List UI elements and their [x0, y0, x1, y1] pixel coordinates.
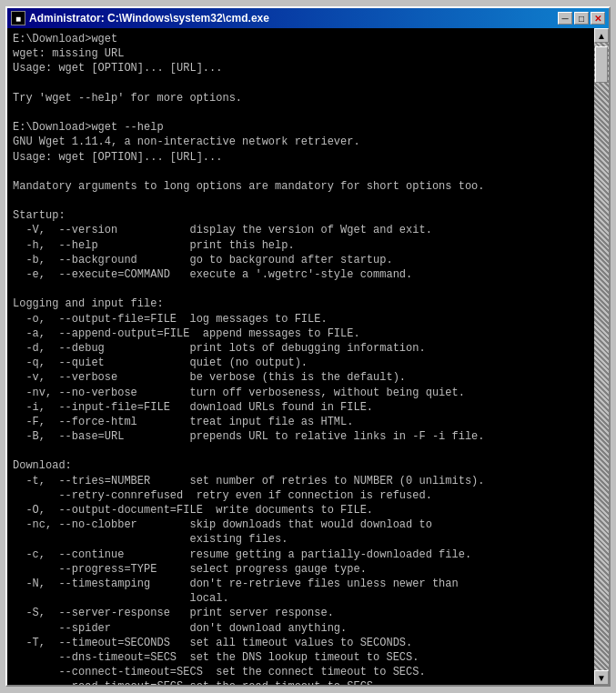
cmd-window: ■ Administrator: C:\Windows\system32\cmd… — [5, 6, 611, 687]
window-title: Administrator: C:\Windows\system32\cmd.e… — [29, 12, 269, 25]
minimize-button[interactable]: ─ — [558, 12, 572, 25]
title-bar: ■ Administrator: C:\Windows\system32\cmd… — [7, 8, 609, 28]
close-button[interactable]: ✕ — [591, 12, 605, 25]
terminal-area: E:\Download>wget wget: missing URL Usage… — [7, 28, 609, 685]
window-icon: ■ — [11, 11, 25, 25]
scroll-thumb[interactable] — [595, 46, 608, 83]
terminal-output[interactable]: E:\Download>wget wget: missing URL Usage… — [7, 28, 594, 685]
title-bar-buttons: ─ □ ✕ — [558, 12, 605, 25]
scroll-track[interactable] — [594, 43, 609, 670]
maximize-button[interactable]: □ — [574, 12, 589, 25]
scroll-down-button[interactable]: ▼ — [594, 670, 609, 685]
scrollbar[interactable]: ▲ ▼ — [594, 28, 609, 685]
scroll-up-button[interactable]: ▲ — [594, 28, 609, 43]
title-bar-left: ■ Administrator: C:\Windows\system32\cmd… — [11, 11, 269, 25]
